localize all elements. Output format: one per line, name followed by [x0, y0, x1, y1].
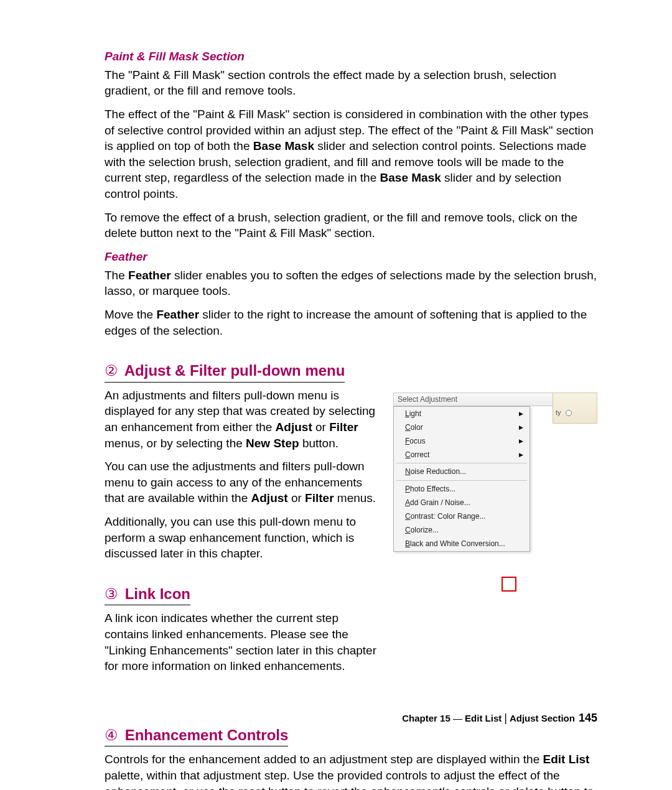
menu-separator	[396, 480, 527, 481]
menu-item-contrast-color-range[interactable]: Contrast: Color Range...	[394, 509, 530, 523]
text-bold: Adjust	[251, 491, 288, 504]
menu-item-noise-reduction[interactable]: Noise Reduction...	[394, 465, 530, 478]
menu-item-focus[interactable]: Focus▶	[394, 434, 530, 448]
menu-item-correct[interactable]: Correct▶	[394, 448, 530, 462]
mnemonic: C	[405, 450, 411, 459]
text-run: slider enables you to soften the edges o…	[105, 269, 597, 298]
highlight-box-icon	[502, 577, 516, 592]
body-text: An adjustments and filters pull-down men…	[105, 388, 378, 452]
menu-item-light[interactable]: Light▶	[394, 407, 530, 421]
mnemonic: C	[405, 423, 411, 432]
text-run: ocus	[409, 437, 425, 445]
text-run: menus.	[334, 491, 376, 504]
menu-item-color[interactable]: Color▶	[394, 421, 530, 434]
menu-separator	[396, 463, 527, 463]
body-text: Additionally, you can use this pull-down…	[105, 514, 378, 562]
chevron-right-icon: ▶	[519, 424, 523, 431]
text-run: Move the	[105, 308, 156, 321]
body-text: A link icon indicates whether the curren…	[105, 610, 378, 674]
heading-feather: Feather	[105, 249, 597, 265]
body-text: Move the Feather slider to the right to …	[105, 307, 597, 338]
column-right: ty Select Adjustment ▼ ✓ Light▶ Color▶ F…	[393, 388, 597, 552]
heading-paint-fill: Paint & Fill Mask Section	[105, 49, 597, 65]
text-run: palette, within that adjustment step. Us…	[105, 769, 594, 790]
radio-icon[interactable]	[566, 410, 572, 416]
column-left: An adjustments and filters pull-down men…	[105, 388, 378, 682]
dropdown-menu: Light▶ Color▶ Focus▶ Correct▶ Noise Redu…	[393, 406, 530, 552]
menu-item-add-grain[interactable]: Add Grain / Noise...	[394, 496, 530, 509]
menu-item-photo-effects[interactable]: Photo Effects...	[394, 482, 530, 496]
numbered-marker-icon: ②	[105, 361, 118, 381]
heading-adjust-filter: ② Adjust & Filter pull-down menu	[105, 361, 345, 382]
text-bold: Base Mask	[253, 139, 314, 152]
footer-section-a: Edit List	[465, 713, 502, 723]
page-content: Paint & Fill Mask Section The "Paint & F…	[0, 0, 672, 790]
body-text: The "Paint & Fill Mask" section controls…	[105, 67, 597, 99]
text-run: The	[105, 269, 128, 282]
two-column-layout: An adjustments and filters pull-down men…	[105, 388, 597, 682]
mnemonic: N	[405, 467, 411, 476]
text-run: ontrast: Color Range...	[411, 512, 486, 521]
drag-handle-icon	[380, 393, 393, 549]
mnemonic: C	[405, 526, 411, 534]
mnemonic: L	[405, 409, 409, 418]
chevron-right-icon: ▶	[519, 451, 523, 458]
dropdown-label: Select Adjustment	[398, 394, 569, 404]
body-text: To remove the effect of a brush, selecti…	[105, 210, 597, 241]
text-bold: Filter	[305, 491, 334, 504]
body-text: Controls for the enhancement added to an…	[105, 751, 597, 790]
panel-background: ty	[553, 393, 597, 424]
body-text: You can use the adjustments and filters …	[105, 458, 378, 506]
text-run: oise Reduction...	[411, 467, 466, 476]
text-run: dd Grain / Noise...	[410, 498, 470, 507]
heading-text: Enhancement Controls	[121, 727, 288, 743]
text-bold: Adjust	[276, 421, 312, 434]
body-text: The effect of the "Paint & Fill Mask" se…	[105, 106, 597, 202]
text-run: button.	[299, 437, 338, 450]
text-run: ight	[409, 409, 421, 418]
text-run: olor	[411, 423, 423, 432]
text-bold: Feather	[156, 308, 199, 321]
text-run: —	[450, 713, 465, 723]
page-footer: Chapter 15 — Edit List|Adjust Section145	[402, 710, 597, 725]
mnemonic: C	[405, 512, 411, 521]
numbered-marker-icon: ③	[105, 584, 118, 604]
text-run: Controls for the enhancement added to an…	[105, 753, 543, 766]
footer-chapter: Chapter 15	[402, 713, 450, 723]
text-bold: Base Mask	[380, 171, 441, 184]
text-run: lack and White Conversion...	[410, 539, 505, 548]
text-run: or	[312, 421, 329, 434]
page-number: 145	[579, 712, 597, 724]
heading-text: Adjust & Filter pull-down menu	[121, 362, 345, 379]
text-bold: Filter	[329, 421, 358, 434]
heading-enhancement-controls: ④ Enhancement Controls	[105, 725, 288, 746]
heading-link-icon: ③ Link Icon	[105, 584, 190, 605]
dropdown-screenshot: ty Select Adjustment ▼ ✓ Light▶ Color▶ F…	[393, 393, 597, 552]
separator-icon: |	[502, 712, 510, 724]
text-run: olorize...	[411, 526, 439, 534]
text-fragment: ty	[556, 409, 561, 416]
chevron-right-icon: ▶	[519, 437, 523, 445]
text-run: or	[288, 491, 305, 504]
text-bold: Edit List	[543, 753, 590, 766]
mnemonic: P	[405, 485, 410, 493]
menu-item-bw-conversion[interactable]: Black and White Conversion...	[394, 537, 530, 551]
mnemonic: A	[405, 498, 410, 507]
mnemonic: B	[405, 539, 410, 548]
body-text: The Feather slider enables you to soften…	[105, 267, 597, 299]
numbered-marker-icon: ④	[105, 725, 118, 745]
menu-item-colorize[interactable]: Colorize...	[394, 523, 530, 537]
text-run: orrect	[411, 450, 430, 459]
heading-text: Link Icon	[121, 585, 190, 602]
text-run: menus, or by selecting the	[105, 437, 246, 450]
text-run: hoto Effects...	[410, 485, 455, 493]
footer-section-b: Adjust Section	[510, 713, 575, 723]
text-bold: Feather	[128, 269, 171, 282]
text-bold: New Step	[246, 437, 299, 450]
chevron-right-icon: ▶	[519, 410, 523, 417]
